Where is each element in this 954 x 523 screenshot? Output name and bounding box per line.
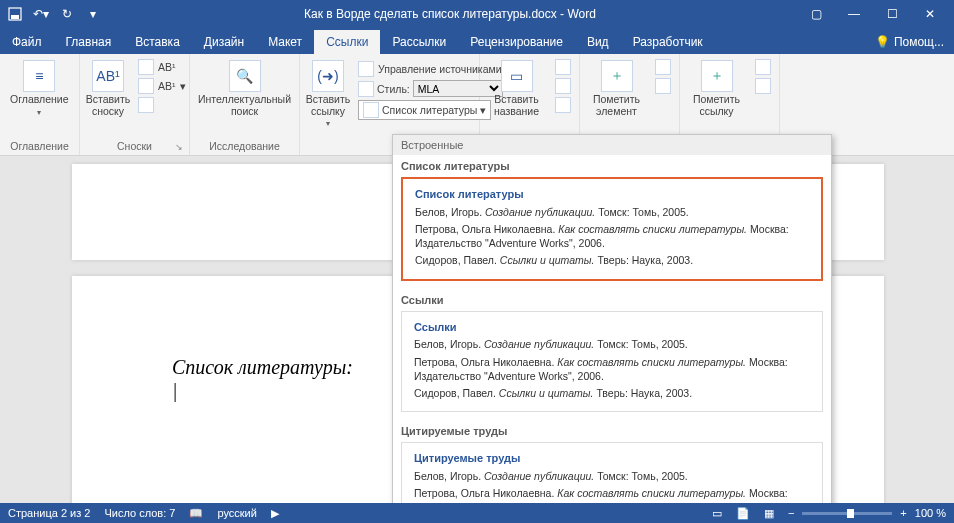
- title-bar: ↶▾ ↻ ▾ Как в Ворде сделать список литера…: [0, 0, 954, 28]
- gallery-section-title: Список литературы: [393, 155, 831, 177]
- insert-endnote-button[interactable]: AB¹: [134, 58, 190, 76]
- toc-button[interactable]: ≡ Оглавление▾: [4, 56, 75, 121]
- ribbon-tabs: Файл Главная Вставка Дизайн Макет Ссылки…: [0, 28, 954, 54]
- tab-home[interactable]: Главная: [54, 30, 124, 54]
- gallery-section-title: Цитируемые труды: [393, 420, 831, 442]
- status-page[interactable]: Страница 2 из 2: [8, 507, 90, 519]
- redo-icon[interactable]: ↻: [58, 5, 76, 23]
- tab-insert[interactable]: Вставка: [123, 30, 192, 54]
- index-opt2[interactable]: [651, 77, 675, 95]
- caption-icon: ▭: [501, 60, 533, 92]
- preview-title: Список литературы: [415, 187, 809, 202]
- minimize-icon[interactable]: ―: [840, 7, 868, 21]
- mark-entry-button[interactable]: ＋ Пометить элемент: [584, 56, 649, 121]
- next-footnote-button[interactable]: AB¹▾: [134, 77, 190, 95]
- ribbon-options-icon[interactable]: ▢: [802, 7, 830, 21]
- status-bar: Страница 2 из 2 Число слов: 7 📖 русский …: [0, 503, 954, 523]
- preview-title: Цитируемые труды: [414, 451, 810, 466]
- tab-view[interactable]: Вид: [575, 30, 621, 54]
- auth-opt2[interactable]: [751, 77, 775, 95]
- bib-entry: Сидоров, Павел. Ссылки и цитаты. Тверь: …: [414, 386, 810, 400]
- close-icon[interactable]: ✕: [916, 7, 944, 21]
- zoom-in-button[interactable]: +: [900, 507, 906, 519]
- show-notes-button[interactable]: [134, 96, 190, 114]
- quick-access-toolbar: ↶▾ ↻ ▾: [0, 5, 108, 23]
- dialog-launcher-icon[interactable]: ↘: [175, 142, 183, 152]
- index-icon: ＋: [601, 60, 633, 92]
- zoom-level[interactable]: 100 %: [915, 507, 946, 519]
- bib-entry: Сидоров, Павел. Ссылки и цитаты. Тверь: …: [415, 253, 809, 267]
- window-buttons: ▢ ― ☐ ✕: [792, 7, 954, 21]
- group-toc: ≡ Оглавление▾ Оглавление: [0, 54, 80, 155]
- toc-icon: ≡: [23, 60, 55, 92]
- insert-citation-button[interactable]: (➜) Вставить ссылку▾: [304, 56, 352, 133]
- window-title: Как в Ворде сделать список литературы.do…: [108, 7, 792, 21]
- status-macro-icon[interactable]: ▶: [271, 507, 279, 520]
- gallery-header: Встроенные: [393, 135, 831, 155]
- bib-entry: Белов, Игорь. Создание публикации. Томск…: [415, 205, 809, 219]
- tab-references[interactable]: Ссылки: [314, 30, 380, 54]
- svg-rect-1: [11, 15, 19, 19]
- tab-design[interactable]: Дизайн: [192, 30, 256, 54]
- smart-lookup-button[interactable]: 🔍 Интеллектуальный поиск: [194, 56, 295, 121]
- zoom-slider[interactable]: [802, 512, 892, 515]
- group-label: Исследование: [194, 138, 295, 155]
- auth-opt1[interactable]: [751, 58, 775, 76]
- status-proofing-icon[interactable]: 📖: [189, 507, 203, 520]
- gallery-item-references[interactable]: Ссылки Белов, Игорь. Создание публикации…: [401, 311, 823, 413]
- view-web-icon[interactable]: ▦: [764, 507, 774, 520]
- preview-title: Ссылки: [414, 320, 810, 335]
- tab-mailings[interactable]: Рассылки: [380, 30, 458, 54]
- index-opt1[interactable]: [651, 58, 675, 76]
- status-words[interactable]: Число слов: 7: [104, 507, 175, 519]
- insert-caption-button[interactable]: ▭ Вставить название: [484, 56, 549, 121]
- bibliography-gallery: Встроенные Список литературы Список лите…: [392, 134, 832, 514]
- bib-entry: Петрова, Ольга Николаевна. Как составлят…: [414, 355, 810, 383]
- footnote-icon: AB¹: [92, 60, 124, 92]
- gallery-item-bibliography[interactable]: Список литературы Белов, Игорь. Создание…: [401, 177, 823, 281]
- qat-customize-icon[interactable]: ▾: [84, 5, 102, 23]
- group-label: Оглавление: [4, 138, 75, 155]
- view-print-icon[interactable]: 📄: [736, 507, 750, 520]
- bib-entry: Белов, Игорь. Создание публикации. Томск…: [414, 469, 810, 483]
- gallery-section-title: Ссылки: [393, 289, 831, 311]
- tab-layout[interactable]: Макет: [256, 30, 314, 54]
- citation-icon: (➜): [312, 60, 344, 92]
- maximize-icon[interactable]: ☐: [878, 7, 906, 21]
- status-language[interactable]: русский: [217, 507, 256, 519]
- mark-citation-button[interactable]: ＋ Пометить ссылку: [684, 56, 749, 121]
- caption-opt1[interactable]: [551, 58, 575, 76]
- group-footnotes: AB¹ Вставить сноску AB¹ AB¹▾ Сноски↘: [80, 54, 190, 155]
- group-research: 🔍 Интеллектуальный поиск Исследование: [190, 54, 300, 155]
- zoom-out-button[interactable]: −: [788, 507, 794, 519]
- zoom-controls: − + 100 %: [788, 507, 946, 519]
- group-label: Сноски↘: [84, 138, 185, 155]
- save-icon[interactable]: [6, 5, 24, 23]
- tab-developer[interactable]: Разработчик: [621, 30, 715, 54]
- tab-file[interactable]: Файл: [0, 30, 54, 54]
- bib-entry: Петрова, Ольга Николаевна. Как составлят…: [415, 222, 809, 250]
- undo-icon[interactable]: ↶▾: [32, 5, 50, 23]
- view-read-icon[interactable]: ▭: [712, 507, 722, 520]
- caption-opt2[interactable]: [551, 77, 575, 95]
- caption-opt3[interactable]: [551, 96, 575, 114]
- bib-entry: Белов, Игорь. Создание публикации. Томск…: [414, 337, 810, 351]
- search-icon: 🔍: [229, 60, 261, 92]
- tell-me[interactable]: 💡 Помощ...: [865, 30, 954, 54]
- tab-review[interactable]: Рецензирование: [458, 30, 575, 54]
- insert-footnote-button[interactable]: AB¹ Вставить сноску: [84, 56, 132, 121]
- authorities-icon: ＋: [701, 60, 733, 92]
